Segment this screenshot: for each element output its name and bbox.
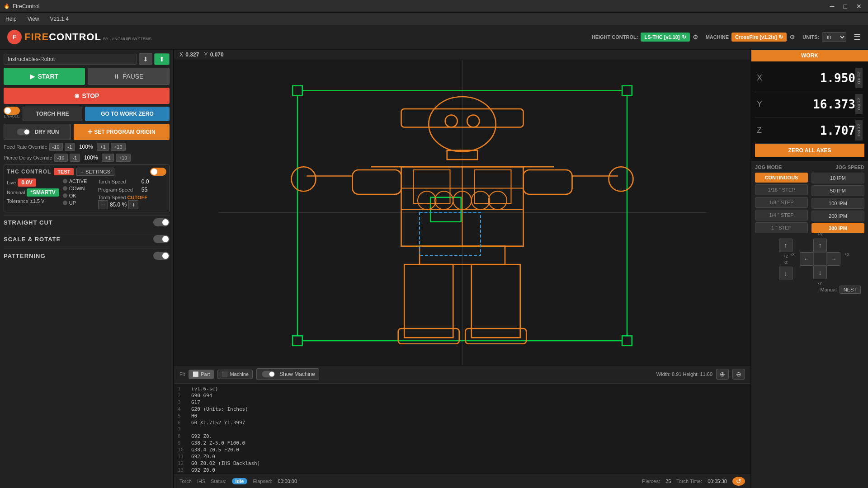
work-tab[interactable]: WORK (751, 50, 868, 61)
jog-speed-title: JOG SPEED (835, 164, 864, 170)
height-label: Height: (683, 371, 699, 377)
x-zero-button[interactable]: ZERO (855, 68, 863, 88)
close-button[interactable]: ✕ (854, 2, 864, 11)
units-group: UNITS: in mm (802, 32, 846, 42)
pause-icon: ⏸ (113, 73, 120, 80)
gcode-code: G92 Z0.0 (191, 467, 215, 473)
speed-200-button[interactable]: 200 IPM (811, 211, 864, 221)
set-program-origin-button[interactable]: ✛ SET PROGRAM ORIGIN (74, 124, 170, 140)
header: F FIRECONTROL BY LANGMUIR SYSTEMS HEIGHT… (0, 25, 868, 50)
coord-panel: X 1.950 ZERO Y 16.373 ZERO Z 1.707 ZERO … (751, 61, 868, 161)
pierce-delay-minus1[interactable]: -1 (70, 154, 80, 162)
gcode-line: 9G38.2 Z-5.0 F100.0 (174, 440, 750, 446)
pierce-delay-minus10[interactable]: -10 (54, 154, 68, 162)
gcode-line: 11G92 Z0.0 (174, 453, 750, 460)
torch-enable-toggle[interactable] (4, 107, 20, 115)
z-up-button[interactable]: ↑ (779, 239, 793, 252)
cutoff-percent: 85.0 % (110, 202, 127, 208)
z-down-button[interactable]: ↓ (779, 267, 793, 280)
gcode-panel[interactable]: 1(v1.6-sc)2G90 G943G174G20 (Units: Inche… (174, 383, 750, 474)
start-button[interactable]: ▶ START (4, 68, 85, 85)
thc-settings-button[interactable]: ≡ SETTINGS (76, 168, 114, 176)
feed-rate-minus1[interactable]: -1 (65, 143, 75, 151)
thc-toggle[interactable] (150, 168, 166, 176)
crosshair-icon: ✛ (88, 129, 92, 135)
speed-100-button[interactable]: 100 IPM (811, 198, 864, 209)
x-plus-button[interactable]: → (827, 252, 840, 266)
pierce-delay-label: Pierce Delay Override (4, 155, 52, 160)
y-zero-button[interactable]: ZERO (855, 94, 863, 114)
step-1-4-button[interactable]: 1/4 " STEP (755, 210, 808, 221)
y-minus-button[interactable]: ↓ (813, 266, 827, 279)
machine-fit-button[interactable]: ⬛ Machine (217, 370, 253, 379)
menu-view[interactable]: View (26, 15, 41, 23)
units-select[interactable]: in mm (822, 32, 846, 42)
hamburger-icon[interactable]: ☰ (854, 32, 861, 42)
z-zero-button[interactable]: ZERO (855, 120, 863, 141)
thc-active-status: ACTIVE (63, 178, 94, 184)
pierce-delay-plus1[interactable]: +1 (102, 154, 114, 162)
feed-rate-plus1[interactable]: +1 (97, 143, 109, 151)
speed-10-button[interactable]: 10 IPM (811, 173, 864, 183)
dry-run-button[interactable]: DRY RUN (4, 124, 71, 140)
stop-button[interactable]: ⊗ STOP (4, 88, 170, 104)
scale-rotate-toggle[interactable] (153, 235, 170, 243)
cutoff-minus-button[interactable]: − (98, 200, 108, 209)
pause-button[interactable]: ⏸ PAUSE (88, 68, 170, 85)
pierce-delay-section: Pierce Delay Override -10 -1 100% +1 +10 (4, 154, 170, 162)
download-icon[interactable]: ⬇ (139, 53, 152, 65)
torch-fire-button[interactable]: TORCH FIRE (23, 107, 82, 121)
machine-gear-icon[interactable]: ⚙ (789, 33, 795, 41)
y-axis-label: Y (757, 99, 769, 109)
show-machine-toggle[interactable]: Show Machine (256, 368, 319, 380)
gcode-num: 10 (178, 447, 191, 453)
gcode-code: G38.4 Z0.5 F20.0 (191, 447, 239, 453)
part-fit-button[interactable]: ⬜ Part (189, 370, 214, 379)
straight-cut-label: STRAIGHT CUT (4, 219, 53, 226)
step-1-16-button[interactable]: 1/16 " STEP (755, 184, 808, 195)
machine-refresh-icon[interactable]: ↻ (778, 34, 783, 40)
z-coord-value: 1.707 (769, 124, 855, 137)
show-machine-switch[interactable] (262, 371, 275, 377)
go-to-work-zero-button[interactable]: GO TO WORK ZERO (85, 107, 170, 121)
feed-rate-minus10[interactable]: -10 (49, 143, 63, 151)
gcode-line: 4G20 (Units: Inches) (174, 406, 750, 413)
speed-300-button[interactable]: 300 IPM (811, 223, 864, 233)
speed-50-button[interactable]: 50 IPM (811, 185, 864, 196)
reset-timer-button[interactable]: ↺ (732, 477, 745, 486)
active-dot (63, 179, 67, 183)
coords-bar: X 0.327 Y 0.070 (174, 50, 750, 60)
zoom-in-button[interactable]: ⊕ (716, 369, 729, 380)
continuous-button[interactable]: CONTINUOUS (755, 173, 808, 183)
gcode-code: G38.2 Z-5.0 F100.0 (191, 440, 245, 446)
y-plus-button[interactable]: ↑ (813, 239, 827, 252)
gcode-code: G92 Z0. (191, 433, 212, 439)
torch-time-value: 00:05:38 (708, 479, 727, 484)
straight-cut-toggle[interactable] (153, 218, 170, 226)
menu-help[interactable]: Help (4, 15, 19, 23)
upload-icon[interactable]: ⬆ (154, 53, 170, 65)
pierce-delay-plus10[interactable]: +10 (116, 154, 131, 162)
thc-test-button[interactable]: TEST (54, 168, 74, 175)
minimize-button[interactable]: ─ (827, 2, 837, 11)
x-minus-button[interactable]: ← (800, 252, 813, 266)
filename-input[interactable] (4, 54, 137, 65)
feed-rate-plus10[interactable]: +10 (111, 143, 126, 151)
fit-label: Fit (179, 371, 185, 377)
machine-badge: CrossFire [v1.2ls] ↻ (731, 33, 787, 42)
zoom-out-button[interactable]: ⊖ (732, 369, 745, 380)
logo-text: FIRECONTROL (24, 31, 101, 43)
nest-button[interactable]: NEST (840, 286, 861, 294)
maximize-button[interactable]: □ (841, 2, 850, 11)
cutoff-plus-button[interactable]: + (128, 200, 138, 209)
step-1-8-button[interactable]: 1/8 " STEP (755, 197, 808, 208)
patterning-toggle[interactable] (153, 252, 170, 260)
zero-all-button[interactable]: ZERO ALL AXES (755, 144, 864, 157)
manual-button[interactable]: Manual (821, 286, 837, 294)
width-value: 8.91 (672, 371, 681, 377)
height-gear-icon[interactable]: ⚙ (693, 33, 698, 41)
step-1-button[interactable]: 1 " STEP (755, 222, 808, 233)
gcode-num: 5 (178, 413, 191, 419)
dry-run-toggle[interactable] (17, 129, 30, 135)
height-refresh-icon[interactable]: ↻ (682, 34, 686, 40)
